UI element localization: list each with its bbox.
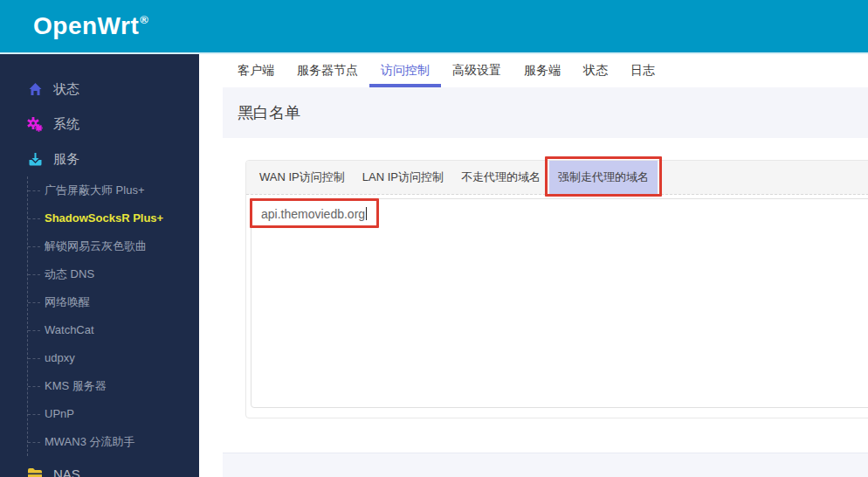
submenu-item[interactable]: 网络唤醒: [28, 288, 199, 316]
subtab[interactable]: LAN IP访问控制: [354, 161, 452, 194]
title-band: 黑白名单: [223, 87, 868, 138]
sidebar-bottom-menu: NAS: [0, 456, 199, 477]
sidebar-item-nas[interactable]: NAS: [0, 456, 199, 477]
tab[interactable]: 客户端: [226, 54, 286, 87]
submenu-item[interactable]: KMS 服务器: [28, 372, 199, 400]
sidebar-item[interactable]: 服务: [0, 142, 199, 176]
sub-tabbar: WAN IP访问控制LAN IP访问控制不走代理的域名强制走代理的域名: [246, 161, 868, 195]
subtab[interactable]: WAN IP访问控制: [251, 161, 354, 194]
sidebar-item-label: NAS: [53, 467, 80, 477]
submenu-item[interactable]: 解锁网易云灰色歌曲: [28, 232, 199, 260]
page-title: 黑白名单: [238, 102, 300, 123]
download-icon: [26, 151, 44, 167]
sidebar-main-menu: 状态系统服务: [0, 72, 199, 176]
tab[interactable]: 高级设置: [441, 54, 513, 87]
subtab[interactable]: 不走代理的域名: [452, 161, 549, 194]
folder-icon: [26, 466, 44, 477]
submenu-item[interactable]: 动态 DNS: [28, 260, 199, 288]
annotation-box: [545, 156, 662, 197]
footer-strip: [223, 453, 868, 477]
domain-list-panel: WAN IP访问控制LAN IP访问控制不走代理的域名强制走代理的域名 api.…: [245, 160, 868, 418]
services-submenu: 广告屏蔽大师 Plus+ShadowSocksR Plus+解锁网易云灰色歌曲动…: [27, 176, 199, 456]
submenu-item[interactable]: udpxy: [28, 344, 199, 372]
submenu-item[interactable]: WatchCat: [28, 316, 199, 344]
subtab[interactable]: 强制走代理的域名: [549, 161, 658, 194]
forced-proxy-domains-textarea[interactable]: api.themoviedb.org: [251, 198, 868, 408]
submenu-item[interactable]: 广告屏蔽大师 Plus+: [28, 176, 199, 204]
submenu-item[interactable]: ShadowSocksR Plus+: [28, 204, 199, 232]
openwrt-logo[interactable]: OpenWrt®: [33, 12, 148, 40]
logo-text: OpenWrt: [33, 12, 139, 39]
sidebar: 状态系统服务 广告屏蔽大师 Plus+ShadowSocksR Plus+解锁网…: [0, 54, 199, 477]
sidebar-item-label: 服务: [53, 151, 79, 168]
registered-mark: ®: [140, 13, 148, 26]
submenu-item[interactable]: MWAN3 分流助手: [28, 428, 199, 456]
text-caret: [366, 207, 367, 220]
sidebar-item-label: 状态: [53, 81, 79, 98]
tab[interactable]: 状态: [572, 54, 619, 87]
gear-icon: [26, 116, 44, 132]
submenu-item[interactable]: UPnP: [28, 400, 199, 428]
domain-entry: api.themoviedb.org: [261, 207, 365, 221]
tab[interactable]: 访问控制: [369, 54, 441, 87]
sidebar-item[interactable]: 系统: [0, 107, 199, 142]
main-content: 客户端服务器节点访问控制高级设置服务端状态日志 黑白名单 WAN IP访问控制L…: [223, 54, 868, 477]
main-tabbar: 客户端服务器节点访问控制高级设置服务端状态日志: [223, 54, 868, 87]
home-icon: [26, 81, 44, 97]
tab[interactable]: 日志: [619, 54, 666, 87]
sidebar-item[interactable]: 状态: [0, 72, 199, 107]
sidebar-item-label: 系统: [53, 116, 79, 133]
app-header: OpenWrt®: [0, 0, 868, 54]
tab[interactable]: 服务端: [513, 54, 572, 87]
tab[interactable]: 服务器节点: [286, 54, 369, 87]
